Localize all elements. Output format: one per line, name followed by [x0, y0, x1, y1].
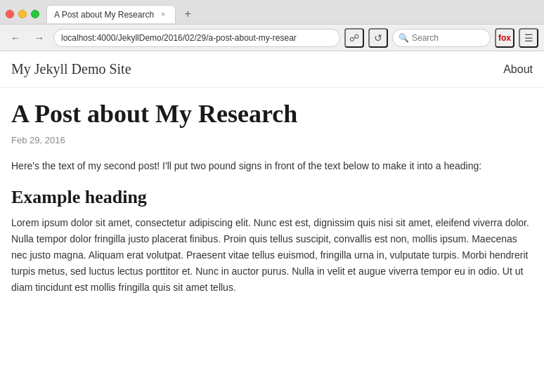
title-bar: A Post about My Research × + [0, 0, 544, 24]
refresh-button[interactable]: ↻ [368, 28, 388, 48]
tab-bar: A Post about My Research × + [46, 5, 538, 23]
tab-close-button[interactable]: × [158, 10, 168, 20]
tab-title: A Post about My Research [54, 10, 154, 20]
site-title: My Jekyll Demo Site [11, 61, 131, 77]
back-button[interactable]: ← [6, 28, 25, 48]
reader-view-button[interactable]: ☍ [344, 28, 364, 48]
search-box[interactable]: 🔍 [392, 29, 491, 47]
browser-chrome: A Post about My Research × + ← → localho… [0, 0, 544, 51]
post-body: Lorem ipsum dolor sit amet, consectetur … [11, 215, 533, 296]
minimize-window-button[interactable] [18, 10, 27, 18]
close-window-button[interactable] [6, 10, 14, 18]
nav-bar: ← → localhost:4000/JekyllDemo/2016/02/29… [0, 24, 544, 51]
firefox-account-button[interactable]: fox [495, 28, 514, 48]
address-text: localhost:4000/JekyllDemo/2016/02/29/a-p… [61, 33, 332, 43]
traffic-lights [6, 10, 39, 18]
address-bar[interactable]: localhost:4000/JekyllDemo/2016/02/29/a-p… [53, 29, 340, 47]
post-title: A Post about My Research [11, 99, 533, 129]
forward-button[interactable]: → [30, 28, 49, 48]
menu-button[interactable]: ☰ [519, 28, 538, 48]
search-input[interactable] [412, 33, 482, 43]
browser-tab[interactable]: A Post about My Research × [46, 5, 176, 23]
website: My Jekyll Demo Site About A Post about M… [0, 51, 544, 390]
maximize-window-button[interactable] [31, 10, 39, 18]
content-area: A Post about My Research Feb 29, 2016 He… [0, 88, 544, 390]
post-section-heading: Example heading [11, 187, 533, 208]
post-date: Feb 29, 2016 [11, 135, 533, 145]
search-icon: 🔍 [399, 33, 409, 43]
post-intro: Here's the text of my second post! I'll … [11, 158, 533, 174]
site-header: My Jekyll Demo Site About [0, 51, 544, 88]
new-tab-button[interactable]: + [179, 5, 197, 23]
about-nav-link[interactable]: About [503, 63, 533, 76]
